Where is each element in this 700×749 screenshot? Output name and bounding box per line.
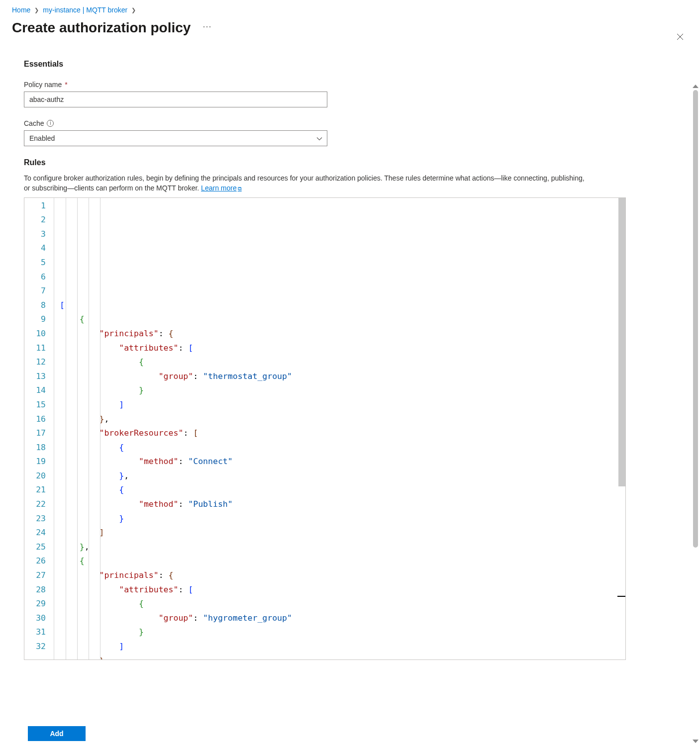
info-icon[interactable]: i: [47, 120, 54, 127]
editor-gutter: 1234567891011121314151617181920212223242…: [24, 198, 52, 659]
more-menu-button[interactable]: ···: [202, 21, 211, 35]
page-title: Create authorization policy: [12, 20, 191, 36]
page-scrollbar[interactable]: [691, 84, 700, 744]
page-header: Create authorization policy ···: [0, 18, 700, 48]
external-link-icon: ⧉: [238, 186, 242, 191]
required-indicator: *: [65, 81, 67, 89]
breadcrumb-instance[interactable]: my-instance | MQTT broker: [43, 6, 127, 14]
chevron-right-icon: ❯: [131, 7, 136, 13]
close-icon: [677, 33, 684, 40]
policy-name-label: Policy name: [24, 81, 62, 89]
scroll-up-arrow-icon[interactable]: [693, 85, 699, 88]
learn-more-link[interactable]: Learn more⧉: [201, 184, 242, 192]
essentials-heading: Essentials: [24, 60, 676, 69]
chevron-right-icon: ❯: [34, 7, 39, 13]
rules-heading: Rules: [24, 158, 676, 167]
content-area: Essentials Policy name * Cache i Enabled…: [0, 48, 700, 660]
add-button[interactable]: Add: [28, 726, 86, 741]
cache-field: Cache i Enabled: [24, 119, 676, 146]
policy-name-field: Policy name *: [24, 81, 676, 107]
cache-value: Enabled: [29, 134, 55, 142]
scrollbar-thumb[interactable]: [693, 90, 698, 548]
scrollbar-track[interactable]: [693, 90, 698, 738]
editor-scroll-mark: [617, 596, 625, 597]
cache-select[interactable]: Enabled: [24, 130, 327, 146]
policy-name-input[interactable]: [24, 92, 327, 107]
editor-code[interactable]: [ { "principals": { "attributes": [ { "g…: [52, 198, 292, 659]
scroll-down-arrow-icon[interactable]: [693, 740, 699, 743]
editor-scrollbar-thumb[interactable]: [618, 198, 625, 486]
breadcrumb-home[interactable]: Home: [12, 6, 30, 14]
rules-editor[interactable]: 1234567891011121314151617181920212223242…: [24, 197, 626, 660]
cache-label: Cache: [24, 119, 44, 127]
editor-scrollbar[interactable]: [617, 198, 625, 659]
rules-description: To configure broker authorization rules,…: [24, 173, 586, 193]
breadcrumb: Home ❯ my-instance | MQTT broker ❯: [0, 0, 700, 18]
close-button[interactable]: [672, 29, 688, 45]
